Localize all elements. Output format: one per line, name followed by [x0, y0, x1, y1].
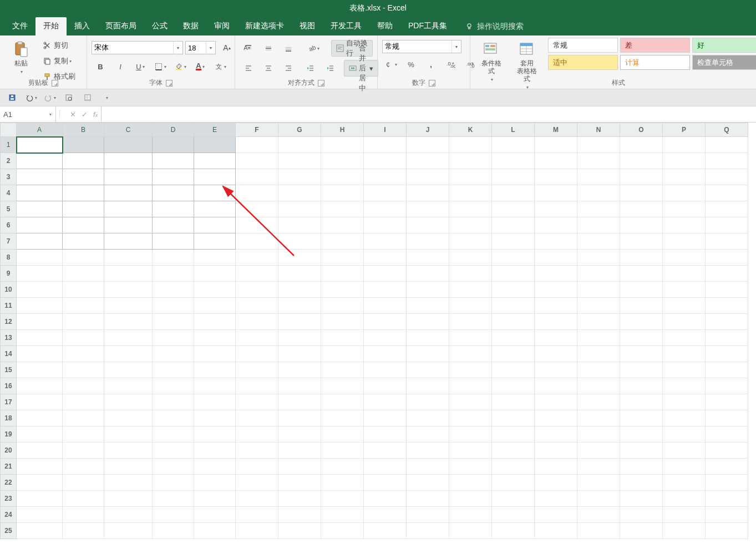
cell[interactable] — [407, 491, 449, 507]
cell[interactable] — [620, 459, 663, 475]
cell[interactable] — [535, 362, 577, 378]
cell[interactable] — [535, 426, 577, 443]
name-box[interactable]: ▾ — [0, 106, 56, 122]
comma-format-button[interactable]: , — [422, 57, 440, 72]
cell[interactable] — [577, 250, 620, 266]
cell[interactable] — [321, 394, 364, 410]
cell[interactable] — [577, 475, 620, 491]
cell[interactable] — [706, 362, 748, 378]
cell[interactable] — [535, 137, 577, 153]
cell[interactable] — [492, 250, 535, 266]
cell[interactable] — [364, 153, 407, 169]
row-header[interactable]: 12 — [1, 314, 17, 330]
cell[interactable] — [449, 298, 492, 314]
column-header[interactable]: C — [104, 123, 153, 137]
cell[interactable] — [407, 443, 449, 459]
cell[interactable] — [364, 314, 407, 330]
row-header[interactable]: 3 — [1, 169, 17, 185]
cell[interactable] — [492, 378, 535, 394]
cell[interactable] — [407, 185, 449, 201]
cell[interactable] — [620, 314, 663, 330]
cell[interactable] — [535, 250, 577, 266]
cell[interactable] — [407, 233, 449, 250]
cell[interactable] — [620, 137, 663, 153]
cell[interactable] — [364, 330, 407, 346]
cell[interactable] — [153, 137, 194, 153]
cell[interactable] — [577, 507, 620, 523]
cell[interactable] — [407, 410, 449, 426]
cell[interactable] — [407, 475, 449, 491]
cell[interactable] — [706, 459, 748, 475]
font-name-input[interactable] — [92, 44, 173, 52]
cell[interactable] — [535, 169, 577, 185]
cell[interactable] — [492, 266, 535, 282]
cell[interactable] — [407, 298, 449, 314]
cell[interactable] — [492, 491, 535, 507]
cell[interactable] — [236, 137, 278, 153]
row-header[interactable]: 10 — [1, 282, 17, 298]
enter-icon[interactable]: ✓ — [82, 110, 88, 119]
tab-home[interactable]: 开始 — [35, 17, 67, 35]
cell[interactable] — [449, 330, 492, 346]
cell[interactable] — [535, 443, 577, 459]
cell[interactable] — [577, 378, 620, 394]
cell[interactable] — [407, 378, 449, 394]
cell[interactable] — [104, 378, 153, 394]
cell[interactable] — [321, 233, 364, 250]
cell[interactable] — [236, 330, 278, 346]
cell[interactable] — [449, 346, 492, 362]
cell[interactable] — [706, 330, 748, 346]
merge-center-button[interactable]: 合并后居中 ▾ — [344, 60, 378, 77]
cell[interactable] — [194, 459, 236, 475]
cell[interactable] — [706, 426, 748, 443]
cell[interactable] — [407, 201, 449, 217]
cell[interactable] — [153, 282, 194, 298]
row-header[interactable]: 22 — [1, 475, 17, 491]
column-header[interactable]: F — [236, 123, 278, 137]
cell[interactable] — [663, 266, 706, 282]
cell[interactable] — [535, 233, 577, 250]
cell[interactable] — [535, 185, 577, 201]
cell[interactable] — [278, 185, 321, 201]
cell[interactable] — [104, 410, 153, 426]
cell[interactable] — [663, 459, 706, 475]
cell[interactable] — [236, 362, 278, 378]
cell[interactable] — [236, 233, 278, 250]
align-top-button[interactable] — [240, 40, 257, 56]
cell[interactable] — [620, 507, 663, 523]
cell[interactable] — [706, 378, 748, 394]
cell[interactable] — [63, 185, 104, 201]
cell[interactable] — [104, 426, 153, 443]
cell[interactable] — [278, 330, 321, 346]
style-bad[interactable]: 差 — [620, 38, 690, 53]
cell[interactable] — [278, 426, 321, 443]
cell[interactable] — [194, 185, 236, 201]
cell[interactable] — [278, 523, 321, 539]
cell[interactable] — [364, 378, 407, 394]
cut-button[interactable]: 剪切 — [40, 38, 82, 53]
cell[interactable] — [706, 314, 748, 330]
cell[interactable] — [535, 475, 577, 491]
cell[interactable] — [321, 201, 364, 217]
cell[interactable] — [620, 233, 663, 250]
cell[interactable] — [153, 330, 194, 346]
row-header[interactable]: 1 — [1, 137, 17, 153]
cell[interactable] — [153, 346, 194, 362]
font-color-button[interactable]: A▾ — [191, 59, 209, 74]
cell[interactable] — [104, 201, 153, 217]
bold-button[interactable]: B — [92, 59, 109, 74]
cell[interactable] — [278, 266, 321, 282]
cell[interactable] — [535, 266, 577, 282]
cell[interactable] — [577, 217, 620, 233]
cell[interactable] — [104, 523, 153, 539]
cell[interactable] — [663, 233, 706, 250]
align-left-button[interactable] — [240, 60, 257, 76]
cell[interactable] — [449, 153, 492, 169]
cell[interactable] — [278, 491, 321, 507]
cell[interactable] — [17, 153, 63, 169]
cell[interactable] — [706, 250, 748, 266]
cell[interactable] — [104, 330, 153, 346]
column-header[interactable]: L — [492, 123, 535, 137]
cell[interactable] — [63, 169, 104, 185]
cell[interactable] — [321, 523, 364, 539]
